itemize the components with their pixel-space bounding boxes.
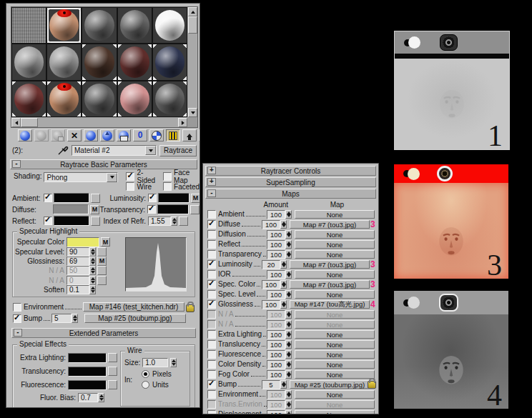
map-enable-checkbox[interactable]: [207, 240, 216, 249]
material-slot[interactable]: [46, 44, 82, 80]
map-slot-button[interactable]: Map #7 (tou3.jpg): [290, 260, 370, 269]
material-slot[interactable]: [82, 44, 117, 80]
material-slot[interactable]: [82, 7, 117, 44]
material-slot[interactable]: [117, 81, 152, 117]
bump-checkbox[interactable]: [13, 314, 21, 323]
map-amount-spinner[interactable]: [285, 250, 292, 259]
spec-param-spinner[interactable]: [89, 247, 96, 257]
dropdown-arrow-icon[interactable]: [107, 173, 117, 182]
map-amount-spinner[interactable]: [285, 410, 292, 414]
material-name-dropdown[interactable]: Material #2: [72, 145, 157, 156]
map-amount-spinner[interactable]: [280, 280, 287, 289]
environment-checkbox[interactable]: [13, 303, 21, 312]
luminosity-checkbox[interactable]: [148, 194, 157, 202]
map-amount-spinner[interactable]: [285, 240, 292, 249]
map-slot-button[interactable]: Map #147 (tou高光.jpg): [290, 300, 370, 309]
map-amount-field[interactable]: 100: [262, 280, 280, 289]
spec-param-field[interactable]: 69: [66, 257, 89, 266]
map-amount-spinner[interactable]: [280, 220, 287, 229]
show-end-result-button[interactable]: [166, 129, 180, 141]
map-enable-checkbox[interactable]: [207, 260, 216, 269]
special-effect-color-swatch[interactable]: [68, 367, 107, 377]
scrollbar-thumb[interactable]: [188, 16, 197, 34]
spec-map-shortcut-button[interactable]: M: [97, 257, 107, 266]
put-material-to-scene-button[interactable]: [34, 129, 49, 141]
ambient-lock-checkbox[interactable]: [44, 194, 52, 202]
material-slot[interactable]: [117, 44, 152, 80]
scroll-up-arrow-icon[interactable]: [188, 7, 197, 16]
map-amount-field[interactable]: 100: [267, 250, 285, 259]
map-amount-field[interactable]: 100: [267, 340, 285, 349]
map-enable-checkbox[interactable]: [207, 220, 216, 229]
map-enable-checkbox[interactable]: [207, 250, 216, 259]
map-slot-button[interactable]: None: [295, 290, 375, 299]
map-enable-checkbox[interactable]: [207, 300, 216, 309]
map-enable-checkbox[interactable]: [207, 320, 216, 329]
map-slot-button[interactable]: None: [295, 250, 375, 259]
special-effect-map-button[interactable]: [108, 367, 117, 376]
map-slot-button[interactable]: None: [295, 270, 375, 279]
map-amount-spinner[interactable]: [285, 270, 292, 279]
wire-size-spinner[interactable]: [170, 358, 177, 367]
spec-map-shortcut-button[interactable]: [97, 276, 107, 285]
two-sided-checkbox[interactable]: [126, 172, 134, 181]
get-material-button[interactable]: [18, 129, 32, 141]
spec-param-spinner[interactable]: [89, 285, 96, 294]
spec-map-shortcut-button[interactable]: [97, 266, 107, 275]
material-slot[interactable]: [82, 81, 117, 117]
special-effect-map-button[interactable]: [108, 353, 117, 362]
map-slot-button[interactable]: None: [295, 400, 375, 409]
map-enable-checkbox[interactable]: [207, 270, 216, 279]
map-amount-spinner[interactable]: [285, 350, 292, 359]
luminosity-map-shortcut-button[interactable]: M: [191, 194, 200, 203]
map-amount-spinner[interactable]: [285, 360, 292, 369]
map-amount-field[interactable]: 100: [267, 230, 285, 239]
go-forward-to-sibling-button[interactable]: [199, 129, 200, 141]
reflect-map-shortcut-button[interactable]: [91, 217, 100, 226]
diffuse-map-shortcut-button[interactable]: M: [90, 205, 99, 214]
rollout-extended-parameters[interactable]: - Extended Parameters: [11, 328, 196, 338]
special-effect-map-button[interactable]: [108, 380, 117, 389]
spec-param-spinner[interactable]: [89, 257, 96, 266]
transparency-map-shortcut-button[interactable]: [190, 205, 200, 214]
map-amount-spinner[interactable]: [285, 400, 292, 409]
map-amount-field[interactable]: 100: [267, 320, 285, 329]
map-enable-checkbox[interactable]: [207, 340, 216, 349]
scrollbar-thumb[interactable]: [21, 118, 38, 127]
scroll-left-arrow-icon[interactable]: [11, 118, 21, 127]
ambient-color-swatch[interactable]: [54, 193, 89, 203]
spec-map-shortcut-button[interactable]: [97, 247, 107, 257]
special-effect-color-swatch[interactable]: [68, 353, 107, 363]
map-enable-checkbox[interactable]: [207, 280, 216, 289]
units-radio[interactable]: [142, 381, 149, 389]
map-amount-field[interactable]: 100: [267, 390, 285, 399]
map-amount-field[interactable]: 5: [262, 380, 280, 389]
map-slot-button[interactable]: None: [295, 210, 375, 219]
map-slot-button[interactable]: Map #25 (toubump.jpg): [290, 380, 370, 389]
map-enable-checkbox[interactable]: [207, 410, 216, 414]
bump-amount-field[interactable]: 5: [51, 314, 72, 323]
map-enable-checkbox[interactable]: [207, 230, 216, 239]
material-slot[interactable]: [46, 81, 82, 117]
reset-map-button[interactable]: [67, 129, 82, 141]
show-map-in-viewport-button[interactable]: [149, 129, 164, 141]
map-slot-button[interactable]: None: [295, 240, 375, 249]
face-map-checkbox[interactable]: [163, 172, 172, 181]
material-slot[interactable]: [117, 7, 152, 44]
palette-horizontal-scrollbar[interactable]: [11, 118, 187, 127]
map-enable-checkbox[interactable]: [207, 350, 216, 359]
map-amount-spinner[interactable]: [285, 340, 292, 349]
map-amount-field[interactable]: 20: [262, 260, 280, 269]
ior-map-shortcut-button[interactable]: [179, 217, 188, 226]
spec-param-field[interactable]: 0.1: [66, 285, 89, 294]
pick-material-eyedropper-icon[interactable]: [58, 145, 69, 156]
specular-color-swatch[interactable]: [66, 237, 99, 247]
transparency-checkbox[interactable]: [147, 205, 156, 214]
map-amount-spinner[interactable]: [285, 290, 292, 299]
map-amount-spinner[interactable]: [285, 330, 292, 339]
rollout-raytrace-basic-parameters[interactable]: - Raytrace Basic Parameters: [10, 159, 197, 169]
spec-param-field[interactable]: 0: [66, 276, 89, 285]
fluor-bias-field[interactable]: 0.7: [78, 393, 98, 402]
bump-amount-spinner[interactable]: [72, 314, 78, 323]
map-enable-checkbox[interactable]: [207, 370, 216, 379]
